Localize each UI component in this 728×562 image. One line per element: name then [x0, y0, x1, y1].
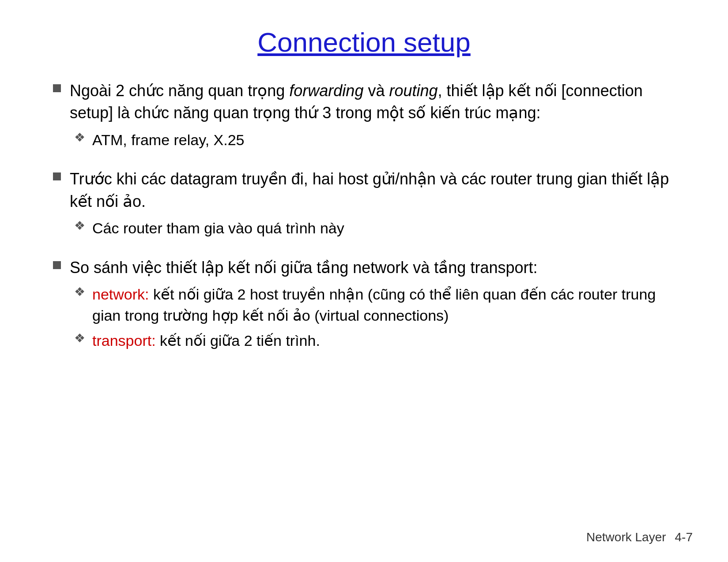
- bullet-square-3: [53, 261, 61, 269]
- bullet-text-3: So sánh việc thiết lập kết nối giữa tầng…: [70, 257, 684, 356]
- sub-bullets-1: ❖ ATM, frame relay, X.25: [74, 130, 684, 151]
- bullet-square-2: [53, 172, 61, 180]
- bullet-item-3: So sánh việc thiết lập kết nối giữa tầng…: [53, 257, 684, 356]
- bullet1-text1: Ngoài 2 chức năng quan trọng: [70, 82, 289, 100]
- footer-label: Network Layer: [586, 530, 666, 544]
- bullet1-text2: và: [363, 82, 389, 100]
- sub-bullet-text-3-1: network: kết nối giữa 2 host truyền nhận…: [92, 284, 684, 326]
- bullet1-italic2: routing: [389, 82, 438, 100]
- transport-label: transport:: [92, 332, 156, 349]
- bullet1-italic1: forwarding: [289, 82, 363, 100]
- sub-bullet-text-2-1: Các router tham gia vào quá trình này: [92, 218, 344, 239]
- sub-bullets-3: ❖ network: kết nối giữa 2 host truyền nh…: [74, 284, 684, 352]
- sub-bullets-2: ❖ Các router tham gia vào quá trình này: [74, 218, 684, 239]
- network-desc: kết nối giữa 2 host truyền nhận (cũng có…: [92, 286, 656, 324]
- slide-container: Connection setup Ngoài 2 chức năng quan …: [0, 0, 728, 562]
- bullet3-text: So sánh việc thiết lập kết nối giữa tầng…: [70, 259, 537, 277]
- diamond-icon-3-2: ❖: [74, 332, 85, 345]
- sub-bullet-item-2-1: ❖ Các router tham gia vào quá trình này: [74, 218, 684, 239]
- network-label: network:: [92, 286, 149, 303]
- sub-bullet-item-1-1: ❖ ATM, frame relay, X.25: [74, 130, 684, 151]
- footer-page: 4-7: [675, 530, 693, 544]
- sub-bullet-text-3-2: transport: kết nối giữa 2 tiến trình.: [92, 330, 320, 352]
- bullet-item-2: Trước khi các datagram truyền đi, hai ho…: [53, 168, 684, 243]
- footer: Network Layer 4-7: [586, 530, 693, 544]
- bullet2-text: Trước khi các datagram truyền đi, hai ho…: [70, 170, 669, 210]
- transport-desc: kết nối giữa 2 tiến trình.: [160, 332, 320, 349]
- diamond-icon-2-1: ❖: [74, 220, 85, 232]
- bullet-square-1: [53, 84, 61, 92]
- content-area: Ngoài 2 chức năng quan trọng forwarding …: [44, 80, 684, 356]
- diamond-icon-3-1: ❖: [74, 286, 85, 298]
- bullet-item-1: Ngoài 2 chức năng quan trọng forwarding …: [53, 80, 684, 155]
- diamond-icon-1-1: ❖: [74, 131, 85, 144]
- sub-bullet-text-1-1: ATM, frame relay, X.25: [92, 130, 245, 151]
- bullet-text-1: Ngoài 2 chức năng quan trọng forwarding …: [70, 80, 684, 155]
- slide-title: Connection setup: [44, 26, 684, 58]
- sub-bullet-item-3-2: ❖ transport: kết nối giữa 2 tiến trình.: [74, 330, 684, 352]
- bullet-text-2: Trước khi các datagram truyền đi, hai ho…: [70, 168, 684, 243]
- sub-bullet-item-3-1: ❖ network: kết nối giữa 2 host truyền nh…: [74, 284, 684, 326]
